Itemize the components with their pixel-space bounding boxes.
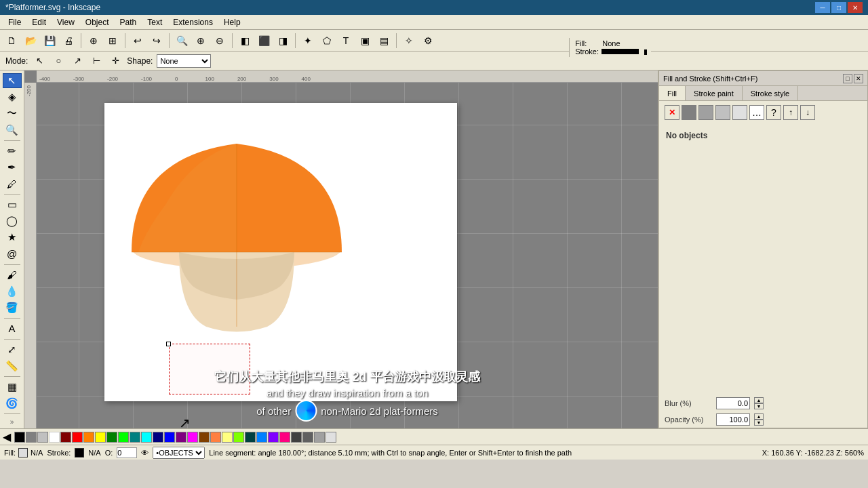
- menu-help[interactable]: Help: [218, 16, 246, 28]
- palette-color-violet[interactable]: [268, 432, 279, 443]
- blur-spin-up[interactable]: ▲: [754, 397, 764, 403]
- maximize-button[interactable]: □: [831, 2, 846, 13]
- tool-pencil[interactable]: ✏: [3, 144, 22, 159]
- palette-color-lightyellow[interactable]: [222, 432, 233, 443]
- close-button[interactable]: ✕: [848, 2, 863, 13]
- tool-star[interactable]: ★: [3, 230, 22, 245]
- palette-color-coral[interactable]: [210, 432, 221, 443]
- fill-arrow-down[interactable]: ↓: [800, 105, 815, 120]
- mode-select[interactable]: ↖: [32, 54, 47, 68]
- palette-color-red[interactable]: [72, 432, 83, 443]
- palette-color-white[interactable]: [49, 432, 60, 443]
- opacity-input[interactable]: [716, 413, 750, 426]
- opacity-status-input[interactable]: [117, 447, 137, 458]
- mode-crop[interactable]: ⊢: [89, 54, 104, 68]
- shape-dropdown[interactable]: None Square Circle Star: [157, 54, 211, 68]
- palette-color-silver[interactable]: [37, 432, 48, 443]
- palette-color-lime[interactable]: [118, 432, 129, 443]
- tool-node[interactable]: ◈: [3, 89, 22, 104]
- align-right-button[interactable]: ◨: [274, 32, 292, 49]
- tool-expand[interactable]: »: [10, 418, 14, 426]
- menu-file[interactable]: File: [3, 16, 26, 28]
- palette-scroll-left[interactable]: ◀: [3, 430, 11, 443]
- palette-color-darkteal[interactable]: [245, 432, 256, 443]
- tab-stroke-paint[interactable]: Stroke paint: [686, 86, 743, 100]
- tool-text[interactable]: A: [3, 321, 22, 336]
- opacity-spin-up[interactable]: ▲: [754, 413, 764, 420]
- fill-arrow-up[interactable]: ↑: [783, 105, 798, 120]
- tool-spiral[interactable]: @: [3, 246, 22, 261]
- palette-color-yellow[interactable]: [95, 432, 106, 443]
- palette-color-magenta[interactable]: [187, 432, 198, 443]
- tool-circle[interactable]: ◯: [3, 214, 22, 228]
- menu-text[interactable]: Text: [142, 16, 167, 28]
- zoom-in-button[interactable]: 🔍: [173, 32, 191, 49]
- save-button[interactable]: 💾: [41, 32, 58, 49]
- tool-gradient[interactable]: ▦: [3, 380, 22, 394]
- ungroup-button[interactable]: ▤: [375, 32, 393, 49]
- mode-extra[interactable]: ✛: [108, 54, 123, 68]
- tool-connector[interactable]: ⤢: [3, 342, 22, 357]
- tab-stroke-style[interactable]: Stroke style: [743, 86, 798, 100]
- zoom-out-button[interactable]: ⊖: [211, 32, 229, 49]
- align-center-button[interactable]: ⬛: [255, 32, 273, 49]
- palette-color-midgray[interactable]: [302, 432, 313, 443]
- fill-status-swatch[interactable]: [18, 448, 28, 458]
- fill-none-button[interactable]: ✕: [665, 105, 679, 120]
- spray-button[interactable]: ✧: [400, 32, 418, 49]
- layer-select[interactable]: •OBJECTS: [153, 447, 205, 459]
- palette-color-blue[interactable]: [164, 432, 175, 443]
- tool-fill[interactable]: 🪣: [3, 300, 22, 315]
- tool-tweak[interactable]: 〜: [3, 106, 22, 121]
- tool-zoom[interactable]: 🔍: [3, 123, 22, 138]
- palette-color-cyan[interactable]: [141, 432, 152, 443]
- fill-swatch-dots[interactable]: …: [749, 105, 764, 120]
- menu-view[interactable]: View: [52, 16, 80, 28]
- tool-pen[interactable]: ✒: [3, 160, 22, 175]
- panel-close-button[interactable]: ✕: [854, 74, 863, 83]
- group-button[interactable]: ▣: [356, 32, 374, 49]
- node-button[interactable]: ✦: [299, 32, 317, 49]
- print-button[interactable]: 🖨: [60, 32, 77, 49]
- palette-color-verylightgray[interactable]: [326, 432, 336, 443]
- menu-edit[interactable]: Edit: [26, 16, 52, 28]
- tool-measure[interactable]: 📏: [3, 359, 22, 373]
- palette-color-rose[interactable]: [279, 432, 290, 443]
- palette-color-chartreuse[interactable]: [233, 432, 244, 443]
- stroke-status-swatch[interactable]: [75, 448, 84, 458]
- palette-color-green[interactable]: [106, 432, 117, 443]
- canvas-content[interactable]: ↗ 它们从大量其他非马里奥 2d 平台游戏中汲取灵感 and they draw…: [37, 83, 658, 428]
- mode-touch[interactable]: ↗: [70, 54, 85, 68]
- tool-paint[interactable]: 🖌: [3, 267, 22, 282]
- opacity-spin-down[interactable]: ▼: [754, 420, 764, 426]
- panel-float-button[interactable]: □: [843, 74, 852, 83]
- palette-color-brown[interactable]: [199, 432, 210, 443]
- palette-color-purple[interactable]: [176, 432, 186, 443]
- tool-calligraphy[interactable]: 🖊: [3, 176, 22, 191]
- blur-input[interactable]: [716, 397, 750, 409]
- blur-spin-down[interactable]: ▼: [754, 403, 764, 409]
- canvas-area[interactable]: -400 -300 -200 -100 0 100 200 300 400 -2…: [24, 70, 658, 428]
- undo-button[interactable]: ↩: [129, 32, 146, 49]
- text-tool-button[interactable]: T: [337, 32, 355, 49]
- palette-color-gray[interactable]: [26, 432, 37, 443]
- minimize-button[interactable]: ─: [815, 2, 830, 13]
- menu-path[interactable]: Path: [115, 16, 142, 28]
- tool-spray[interactable]: 🌀: [3, 396, 22, 411]
- zoom-fit-button[interactable]: ⊕: [192, 32, 210, 49]
- fill-question[interactable]: ?: [766, 105, 781, 120]
- tool-eyedropper[interactable]: 💧: [3, 284, 22, 299]
- menu-object[interactable]: Object: [80, 16, 115, 28]
- tool-rect[interactable]: ▭: [3, 197, 22, 212]
- mode-rubber[interactable]: ○: [51, 54, 66, 68]
- fill-pattern[interactable]: [732, 105, 747, 120]
- palette-color-darkgray[interactable]: [291, 432, 302, 443]
- palette-color-cornblue[interactable]: [256, 432, 267, 443]
- path-button[interactable]: ⬠: [318, 32, 336, 49]
- align-left-button[interactable]: ◧: [236, 32, 254, 49]
- palette-color-lightgray[interactable]: [314, 432, 325, 443]
- import-button[interactable]: ⊕: [85, 32, 102, 49]
- fill-linear-gradient[interactable]: [698, 105, 713, 120]
- palette-color-black[interactable]: [14, 432, 25, 443]
- tab-fill[interactable]: Fill: [659, 86, 686, 100]
